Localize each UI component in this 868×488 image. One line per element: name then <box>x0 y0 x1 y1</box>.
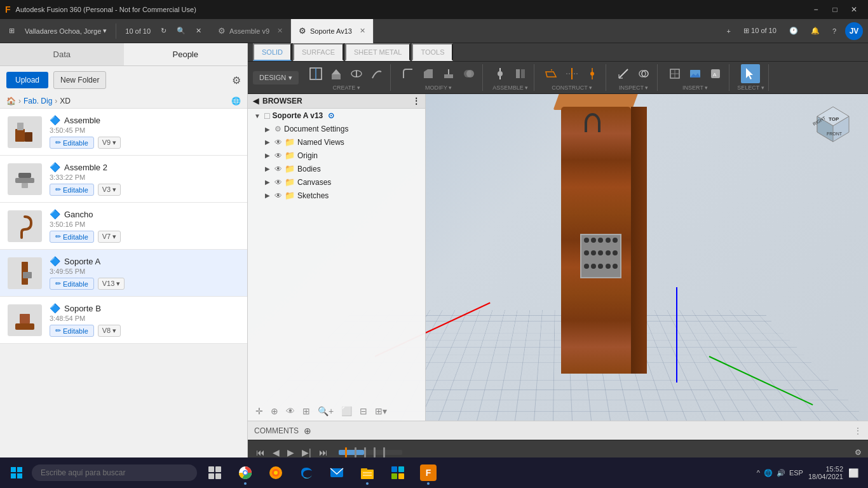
root-options-icon[interactable]: ⊙ <box>328 111 334 120</box>
apps-button[interactable]: ⊞ <box>5 25 18 37</box>
minimize-button[interactable]: − <box>807 2 825 17</box>
maximize-button[interactable]: □ <box>826 2 844 17</box>
tab-soporte[interactable]: ⚙ Soporte Av13 ✕ <box>291 19 374 43</box>
browser-named-views[interactable]: ▶ 👁 📁 Named Views <box>248 135 425 149</box>
user-menu[interactable]: Valladares Ochoa, Jorge ▾ <box>21 25 111 37</box>
file-item-soporte-b[interactable]: 🔷 Soporte B 3:48:54 PM ✏ Editable V8 ▾ <box>0 297 247 344</box>
collapse-icon[interactable]: ◀ <box>253 97 259 105</box>
tree-toggle-icon[interactable]: ▶ <box>263 192 272 199</box>
tab-sheet-metal[interactable]: SHEET METAL <box>345 43 410 61</box>
taskbar-app-grid[interactable] <box>201 459 229 487</box>
version-tag[interactable]: V7 ▾ <box>98 231 121 243</box>
orbit-button[interactable]: ⊕ <box>268 405 281 417</box>
sweep-button[interactable] <box>367 64 386 83</box>
start-button[interactable] <box>3 459 31 487</box>
editable-tag[interactable]: ✏ Editable <box>50 137 94 149</box>
pan-button[interactable]: ✛ <box>253 405 266 417</box>
more-button[interactable]: ⊞▾ <box>372 405 390 417</box>
tab-solid[interactable]: SOLID <box>253 43 292 61</box>
midplane-button[interactable] <box>562 64 581 83</box>
clock[interactable]: 15:52 18/04/2021 <box>808 465 843 480</box>
tree-toggle-icon[interactable]: ▶ <box>263 139 272 146</box>
zoom-fit-button[interactable]: ⊞ <box>300 405 313 417</box>
tree-toggle-icon[interactable]: ▼ <box>253 112 262 119</box>
combine-button[interactable] <box>459 64 478 83</box>
tab-surface[interactable]: SURFACE <box>293 43 344 61</box>
new-folder-button[interactable]: New Folder <box>53 71 106 89</box>
insert-decal-button[interactable]: A <box>706 64 725 83</box>
taskbar-app-explorer[interactable] <box>353 459 381 487</box>
select-button[interactable] <box>741 64 760 83</box>
editable-tag[interactable]: ✏ Editable <box>50 278 94 290</box>
close-button[interactable]: ✕ <box>845 2 863 17</box>
zoom-in-button[interactable]: 🔍+ <box>315 405 336 417</box>
file-item-soporte-a[interactable]: 🔷 Soporte A 3:49:55 PM ✏ Editable V13 ▾ <box>0 250 247 297</box>
revolve-button[interactable] <box>347 64 366 83</box>
browser-document-settings[interactable]: ▶ ⚙ Document Settings <box>248 123 425 135</box>
file-item-assemble[interactable]: 🔷 Assemble 3:50:45 PM ✏ Editable V9 ▾ <box>0 109 247 156</box>
tree-toggle-icon[interactable]: ▶ <box>263 126 272 133</box>
tab-people[interactable]: People <box>124 43 248 65</box>
tab-tools[interactable]: TOOLS <box>412 43 453 61</box>
browser-sketches[interactable]: ▶ 👁 📁 Sketches <box>248 189 425 202</box>
taskbar-search[interactable] <box>32 464 197 481</box>
display-mode-button[interactable]: ⬜ <box>339 405 355 417</box>
browser-origin[interactable]: ▶ 👁 📁 Origin <box>248 149 425 162</box>
tree-toggle-icon[interactable]: ▶ <box>263 165 272 172</box>
press-pull-button[interactable] <box>439 64 458 83</box>
add-comment-button[interactable]: ⊕ <box>304 426 311 436</box>
browser-options-icon[interactable]: ⋮ <box>412 97 420 105</box>
design-dropdown[interactable]: DESIGN ▾ <box>253 71 299 85</box>
joint-button[interactable] <box>491 64 510 83</box>
panel-settings-button[interactable]: ⚙ <box>232 74 241 86</box>
editable-tag[interactable]: ✏ Editable <box>50 325 94 337</box>
taskbar-app-firefox[interactable] <box>262 459 290 487</box>
volume-icon[interactable]: 🔊 <box>776 469 785 477</box>
rigid-group-button[interactable] <box>511 64 530 83</box>
browser-bodies[interactable]: ▶ 👁 📁 Bodies <box>248 162 425 175</box>
browser-canvases[interactable]: ▶ 👁 📁 Canvases <box>248 175 425 189</box>
version-control[interactable]: 10 of 10 <box>121 25 154 37</box>
version-tag[interactable]: V8 ▾ <box>98 325 121 337</box>
breadcrumb-fab[interactable]: Fab. Dig <box>24 97 52 105</box>
version-indicator[interactable]: ⊞ 10 of 10 <box>740 25 780 37</box>
hidden-icons-button[interactable]: ^ <box>757 469 760 477</box>
interference-button[interactable] <box>634 64 653 83</box>
refresh-button[interactable]: ↻ <box>157 25 170 37</box>
taskbar-app-mail[interactable] <box>323 459 351 487</box>
chamfer-button[interactable] <box>419 64 438 83</box>
insert-mesh-button[interactable] <box>665 64 684 83</box>
add-tab-button[interactable]: + <box>723 25 735 37</box>
globe-icon[interactable]: 🌐 <box>231 97 241 105</box>
cad-viewport[interactable]: TOP FRONT RIGHT ◀ BROWSER ⋮ ▼ □ Soporte … <box>248 94 868 421</box>
network-icon[interactable]: 🌐 <box>764 469 773 477</box>
look-at-button[interactable]: 👁 <box>283 405 297 417</box>
file-item-gancho[interactable]: 🔷 Gancho 3:50:16 PM ✏ Editable V7 ▾ <box>0 203 247 250</box>
fillet-button[interactable] <box>398 64 417 83</box>
upload-button[interactable]: Upload <box>6 72 48 88</box>
tab-close-icon[interactable]: ✕ <box>360 27 365 35</box>
tree-toggle-icon[interactable]: ▶ <box>263 179 272 186</box>
tree-toggle-icon[interactable]: ▶ <box>263 152 272 159</box>
search-button[interactable]: 🔍 <box>173 25 189 37</box>
version-tag[interactable]: V9 ▾ <box>98 137 121 149</box>
language-indicator[interactable]: ESP <box>789 469 803 477</box>
file-item-assemble2[interactable]: 🔷 Assemble 2 3:33:22 PM ✏ Editable V3 ▾ <box>0 156 247 203</box>
user-avatar[interactable]: JV <box>845 22 863 40</box>
browser-root[interactable]: ▼ □ Soporte A v13 ⊙ <box>248 109 425 123</box>
close-doc-button[interactable]: ✕ <box>192 25 205 37</box>
home-icon[interactable]: 🏠 <box>6 97 16 105</box>
help-button[interactable]: ? <box>829 25 840 37</box>
view-cube[interactable]: TOP FRONT RIGHT <box>811 100 855 145</box>
insert-image-button[interactable] <box>686 64 705 83</box>
taskbar-app-chrome[interactable] <box>231 459 259 487</box>
tab-assemble[interactable]: ⚙ Assemble v9 ✕ <box>210 19 291 43</box>
version-tag[interactable]: V13 ▾ <box>98 278 125 290</box>
history-button[interactable]: 🕐 <box>785 25 802 37</box>
tab-close-icon[interactable]: ✕ <box>277 27 283 35</box>
show-desktop-button[interactable]: ⬜ <box>848 468 859 478</box>
collapse-comments-icon[interactable]: ⋮ <box>854 426 862 435</box>
offset-plane-button[interactable] <box>542 64 561 83</box>
extrude-button[interactable] <box>327 64 346 83</box>
tab-data[interactable]: Data <box>0 43 124 65</box>
